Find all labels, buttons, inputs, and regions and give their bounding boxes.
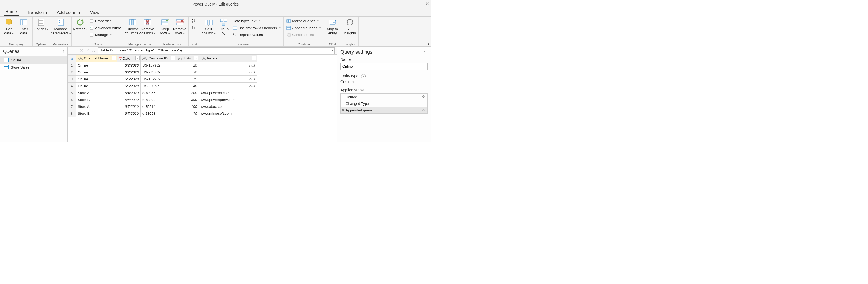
- ribbon-collapse-button[interactable]: ▴: [428, 42, 429, 46]
- query-item-online[interactable]: Online: [0, 57, 67, 64]
- cell[interactable]: www.powerbi.com: [199, 90, 257, 96]
- data-grid-wrapper[interactable]: ▦ABCChannel Name▾📅Date▾ABCCustomerID▾123…: [67, 55, 337, 142]
- cell[interactable]: 6/7/2020: [117, 103, 141, 110]
- cell[interactable]: US-187982: [141, 76, 176, 82]
- formula-dropdown-icon[interactable]: ▾: [332, 48, 333, 51]
- fx-icon[interactable]: fx: [92, 48, 95, 53]
- filter-icon[interactable]: ▾: [252, 56, 256, 60]
- tab-view[interactable]: View: [89, 10, 101, 16]
- formula-input[interactable]: Table.Combine({#"Changed Type", #"Store …: [98, 47, 335, 54]
- cell[interactable]: 20: [176, 62, 199, 69]
- filter-icon[interactable]: ▾: [194, 56, 198, 60]
- row-number[interactable]: 8: [68, 110, 76, 117]
- cancel-formula-icon[interactable]: ✕: [80, 48, 83, 53]
- cell[interactable]: US-235789: [141, 69, 176, 76]
- map-to-entity-button[interactable]: CDMMap toentity: [326, 17, 339, 41]
- cell[interactable]: www.xbox.com: [199, 103, 257, 110]
- cell[interactable]: 40: [176, 82, 199, 90]
- row-number[interactable]: 5: [68, 90, 76, 96]
- advanced-editor-button[interactable]: Advanced editor: [88, 25, 122, 31]
- ai-insights-button[interactable]: AIinsights: [343, 17, 357, 41]
- cell[interactable]: e-78956: [141, 90, 176, 96]
- refresh-button[interactable]: Refresh▾: [73, 17, 87, 41]
- cell[interactable]: 6/5/2020: [117, 76, 141, 82]
- remove-step-icon[interactable]: ✕: [342, 108, 344, 112]
- options-button[interactable]: Options▾: [34, 17, 48, 41]
- cell[interactable]: 6/4/2020: [117, 96, 141, 103]
- cell[interactable]: null: [199, 62, 257, 69]
- cell[interactable]: e-23658: [141, 110, 176, 117]
- choose-columns-button[interactable]: Choosecolumns▾: [126, 17, 140, 41]
- tab-home[interactable]: Home: [4, 9, 19, 16]
- column-header-units[interactable]: 123Units▾: [176, 55, 199, 62]
- cell[interactable]: Store A: [76, 90, 117, 96]
- cell[interactable]: null: [199, 76, 257, 82]
- gear-icon[interactable]: ⚙: [422, 108, 425, 112]
- cell[interactable]: 15: [176, 76, 199, 82]
- row-number[interactable]: 7: [68, 103, 76, 110]
- cell[interactable]: Online: [76, 62, 117, 69]
- append-queries-button[interactable]: Append queries▾: [285, 25, 322, 31]
- cell[interactable]: 6/5/2020: [117, 82, 141, 90]
- cell[interactable]: 100: [176, 103, 199, 110]
- filter-icon[interactable]: ▾: [112, 56, 116, 60]
- cell[interactable]: Online: [76, 82, 117, 90]
- row-number[interactable]: 1: [68, 62, 76, 69]
- queries-collapse-icon[interactable]: 〈: [61, 49, 64, 54]
- replace-values-button[interactable]: 12Replace values: [231, 32, 282, 38]
- row-number[interactable]: 4: [68, 82, 76, 90]
- cell[interactable]: Store B: [76, 110, 117, 117]
- row-number[interactable]: 6: [68, 96, 76, 103]
- first-row-headers-button[interactable]: Use first row as headers▾: [231, 25, 282, 31]
- cell[interactable]: www.microsoft.com: [199, 110, 257, 117]
- cell[interactable]: e-78899: [141, 96, 176, 103]
- grid-corner[interactable]: ▦: [68, 55, 76, 62]
- step-changed-type[interactable]: Changed Type: [341, 100, 427, 107]
- cell[interactable]: 30: [176, 69, 199, 76]
- manage-button[interactable]: Manage▾: [88, 32, 122, 38]
- filter-icon[interactable]: ▾: [135, 56, 140, 60]
- properties-button[interactable]: Properties: [88, 18, 122, 24]
- cell[interactable]: 300: [176, 96, 199, 103]
- cell[interactable]: Online: [76, 69, 117, 76]
- query-name-input[interactable]: [340, 63, 428, 70]
- sort-asc-button[interactable]: AZ: [190, 18, 198, 24]
- keep-rows-button[interactable]: Keeprows▾: [158, 17, 172, 41]
- close-button[interactable]: ✕: [426, 1, 429, 7]
- row-number[interactable]: 3: [68, 76, 76, 82]
- cell[interactable]: Store A: [76, 103, 117, 110]
- gear-icon[interactable]: ⚙: [422, 95, 425, 99]
- column-header-referer[interactable]: ABCReferer▾: [199, 55, 257, 62]
- column-header-channel-name[interactable]: ABCChannel Name▾: [76, 55, 117, 62]
- query-item-store-sales[interactable]: Store Sales: [0, 64, 67, 71]
- cell[interactable]: US-235789: [141, 82, 176, 90]
- enter-data-button[interactable]: Enterdata: [17, 17, 31, 41]
- column-header-date[interactable]: 📅Date▾: [117, 55, 141, 62]
- step-appended-query[interactable]: ✕Appended query⚙: [341, 107, 427, 113]
- merge-queries-button[interactable]: Merge queries▾: [285, 18, 322, 24]
- column-header-customerid[interactable]: ABCCustomerID▾: [141, 55, 176, 62]
- remove-rows-button[interactable]: Removerows▾: [173, 17, 187, 41]
- cell[interactable]: 6/4/2020: [117, 90, 141, 96]
- cell[interactable]: US-187982: [141, 62, 176, 69]
- group-by-button[interactable]: Groupby: [217, 17, 230, 41]
- cell[interactable]: Online: [76, 76, 117, 82]
- row-number[interactable]: 2: [68, 69, 76, 76]
- split-column-button[interactable]: Splitcolumn▾: [202, 17, 216, 41]
- cell[interactable]: www.powerquery.com: [199, 96, 257, 103]
- commit-formula-icon[interactable]: ✓: [86, 48, 90, 53]
- cell[interactable]: Store B: [76, 96, 117, 103]
- cell[interactable]: 200: [176, 90, 199, 96]
- filter-icon[interactable]: ▾: [170, 56, 175, 60]
- tab-add-column[interactable]: Add column: [55, 10, 82, 16]
- cell[interactable]: 6/2/2020: [117, 69, 141, 76]
- cell[interactable]: 70: [176, 110, 199, 117]
- cell[interactable]: e-75214: [141, 103, 176, 110]
- cell[interactable]: null: [199, 82, 257, 90]
- tab-transform[interactable]: Transform: [25, 10, 49, 16]
- cell[interactable]: 6/2/2020: [117, 62, 141, 69]
- settings-expand-icon[interactable]: 〉: [423, 49, 428, 55]
- cell[interactable]: null: [199, 69, 257, 76]
- info-icon[interactable]: i: [361, 74, 366, 78]
- get-data-button[interactable]: Getdata▾: [2, 17, 16, 41]
